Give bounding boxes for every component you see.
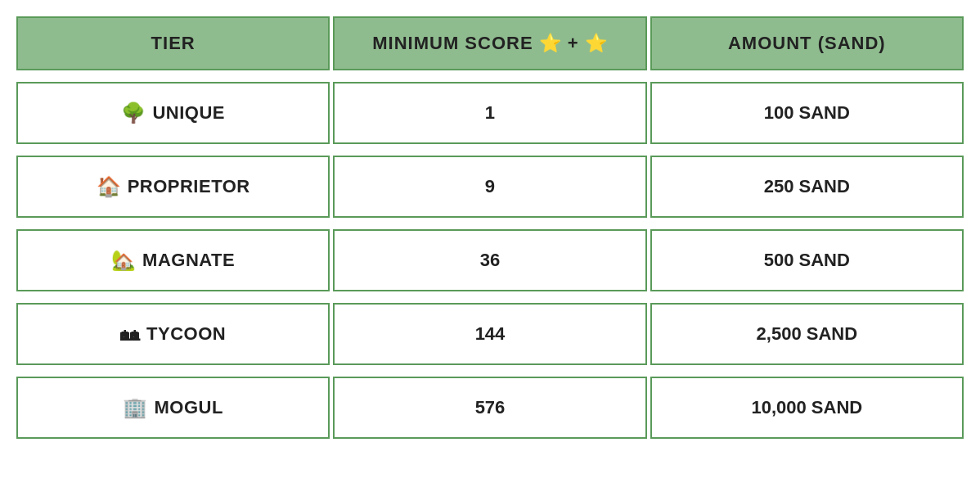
- rows-container: 🌳UNIQUE1100 SAND🏠PROPRIETOR9250 SAND🏡MAG…: [16, 82, 964, 439]
- tier-name: TYCOON: [146, 323, 226, 345]
- table-row: 🏠PROPRIETOR9250 SAND: [16, 156, 964, 218]
- amount-cell: 10,000 SAND: [650, 377, 964, 439]
- tier-name: PROPRIETOR: [128, 176, 250, 197]
- amount-cell: 500 SAND: [650, 229, 964, 291]
- tier-name: UNIQUE: [152, 102, 225, 124]
- tier-name: MAGNATE: [142, 250, 235, 271]
- table-row: 🏘TYCOON1442,500 SAND: [16, 303, 964, 365]
- score-cell: 9: [333, 156, 646, 218]
- table-container: TIER MINIMUM SCORE ⭐ + ⭐ AMOUNT (SAND) 🌳…: [16, 16, 964, 439]
- header-tier: TIER: [16, 16, 330, 70]
- tier-emoji: 🏠: [97, 175, 121, 198]
- score-cell: 576: [333, 377, 646, 439]
- table-row: 🏡MAGNATE36500 SAND: [16, 229, 964, 291]
- score-cell: 144: [333, 303, 646, 365]
- header-score: MINIMUM SCORE ⭐ + ⭐: [333, 16, 646, 70]
- score-cell: 36: [333, 229, 646, 291]
- table-row: 🌳UNIQUE1100 SAND: [16, 82, 964, 144]
- amount-cell: 250 SAND: [650, 156, 964, 218]
- amount-cell: 2,500 SAND: [650, 303, 964, 365]
- header-row: TIER MINIMUM SCORE ⭐ + ⭐ AMOUNT (SAND): [16, 16, 964, 70]
- tier-emoji: 🏢: [123, 396, 147, 419]
- tier-cell: 🌳UNIQUE: [16, 82, 330, 144]
- tier-cell: 🏢MOGUL: [16, 377, 330, 439]
- table-row: 🏢MOGUL57610,000 SAND: [16, 377, 964, 439]
- tier-cell: 🏡MAGNATE: [16, 229, 330, 291]
- tier-name: MOGUL: [154, 397, 223, 418]
- amount-cell: 100 SAND: [650, 82, 964, 144]
- tier-emoji: 🏡: [111, 249, 136, 272]
- tier-cell: 🏠PROPRIETOR: [16, 156, 330, 218]
- tier-emoji: 🏘: [120, 323, 140, 345]
- header-amount: AMOUNT (SAND): [650, 16, 964, 70]
- score-cell: 1: [333, 82, 646, 144]
- tier-emoji: 🌳: [121, 102, 146, 124]
- tier-cell: 🏘TYCOON: [16, 303, 330, 365]
